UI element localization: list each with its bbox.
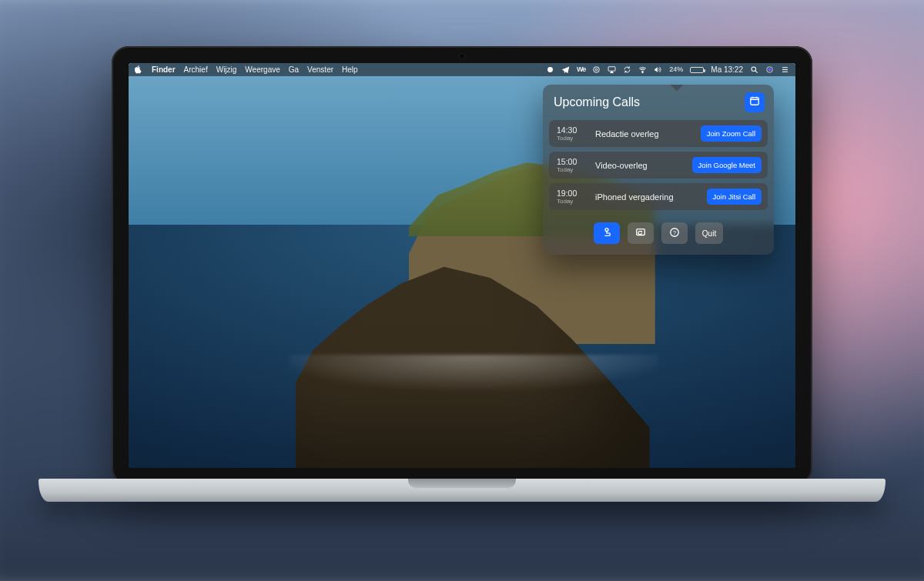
- svg-point-0: [547, 67, 553, 72]
- help-icon: ?: [669, 227, 680, 239]
- call-title: iPhoned vergadering: [595, 192, 699, 202]
- laptop-notch: [408, 479, 516, 488]
- call-time: 19:00: [557, 189, 588, 198]
- status-sync-icon[interactable]: [623, 65, 631, 74]
- quit-button[interactable]: Quit: [695, 222, 723, 244]
- macos-menubar: Finder Archief Wijzig Weergave Ga Venste…: [129, 63, 795, 76]
- status-wifi-icon[interactable]: [638, 65, 647, 74]
- menubar-app-name[interactable]: Finder: [152, 63, 176, 76]
- call-time: 15:00: [557, 157, 588, 166]
- call-row: 19:00 Today iPhoned vergadering Join Jit…: [549, 183, 768, 210]
- help-button[interactable]: ?: [661, 222, 688, 244]
- call-day: Today: [557, 198, 588, 205]
- widget-title: Upcoming Calls: [554, 95, 640, 109]
- svg-point-1: [594, 67, 600, 73]
- svg-point-4: [642, 72, 643, 72]
- apple-menu-icon[interactable]: [135, 65, 143, 75]
- call-row: 14:30 Today Redactie overleg Join Zoom C…: [549, 120, 768, 147]
- call-time: 14:30: [557, 125, 588, 135]
- svg-point-2: [595, 68, 598, 71]
- menu-weergave[interactable]: Weergave: [245, 63, 280, 76]
- menu-archief[interactable]: Archief: [184, 63, 208, 76]
- status-airplay-icon[interactable]: [608, 65, 616, 74]
- preferences-button[interactable]: [594, 222, 620, 244]
- calendar-icon: [749, 95, 760, 109]
- join-call-button[interactable]: Join Jitsi Call: [707, 189, 762, 205]
- laptop-frame: Finder Archief Wijzig Weergave Ga Venste…: [112, 46, 812, 523]
- svg-point-9: [605, 229, 608, 232]
- camera-dot: [460, 54, 464, 58]
- window-refresh-icon: [635, 227, 646, 239]
- upcoming-calls-panel: Upcoming Calls 14:30 Today Redactie over…: [543, 85, 774, 255]
- status-volume-icon[interactable]: [654, 65, 662, 74]
- status-spotlight-icon[interactable]: [750, 65, 758, 74]
- status-siri-icon[interactable]: [765, 65, 774, 74]
- quit-label: Quit: [702, 229, 716, 238]
- call-day: Today: [557, 166, 588, 173]
- status-circle-icon[interactable]: [546, 65, 554, 74]
- status-wetransfer-icon[interactable]: We: [577, 63, 585, 76]
- desktop: Finder Archief Wijzig Weergave Ga Venste…: [129, 63, 795, 468]
- status-battery-percent: 24%: [669, 63, 683, 76]
- call-day: Today: [557, 135, 588, 142]
- join-call-button[interactable]: Join Google Meet: [692, 157, 762, 173]
- status-clock[interactable]: Ma 13:22: [711, 63, 743, 76]
- status-battery-icon[interactable]: [690, 67, 704, 73]
- svg-rect-8: [751, 98, 759, 105]
- menu-venster[interactable]: Venster: [307, 63, 333, 76]
- link-settings-icon: [601, 227, 612, 239]
- svg-point-7: [768, 68, 771, 71]
- open-calendar-button[interactable]: [745, 92, 765, 112]
- menu-wijzig[interactable]: Wijzig: [216, 63, 237, 76]
- svg-rect-3: [608, 67, 615, 72]
- join-call-button[interactable]: Join Zoom Call: [701, 125, 762, 142]
- menu-help[interactable]: Help: [342, 63, 358, 76]
- status-telegram-icon[interactable]: [561, 65, 570, 74]
- screen-bezel: Finder Archief Wijzig Weergave Ga Venste…: [112, 46, 812, 485]
- svg-text:?: ?: [673, 230, 676, 235]
- status-gear-icon[interactable]: [592, 65, 601, 74]
- call-row: 15:00 Today Video-overleg Join Google Me…: [549, 152, 768, 179]
- status-notification-center-icon[interactable]: [781, 65, 789, 74]
- refresh-button[interactable]: [628, 222, 654, 244]
- laptop-deck: [38, 479, 886, 502]
- call-title: Video-overleg: [595, 161, 685, 170]
- svg-point-5: [752, 67, 756, 72]
- call-title: Redactie overleg: [595, 129, 693, 139]
- menu-ga[interactable]: Ga: [289, 63, 299, 76]
- widget-footer: ? Quit: [543, 215, 774, 255]
